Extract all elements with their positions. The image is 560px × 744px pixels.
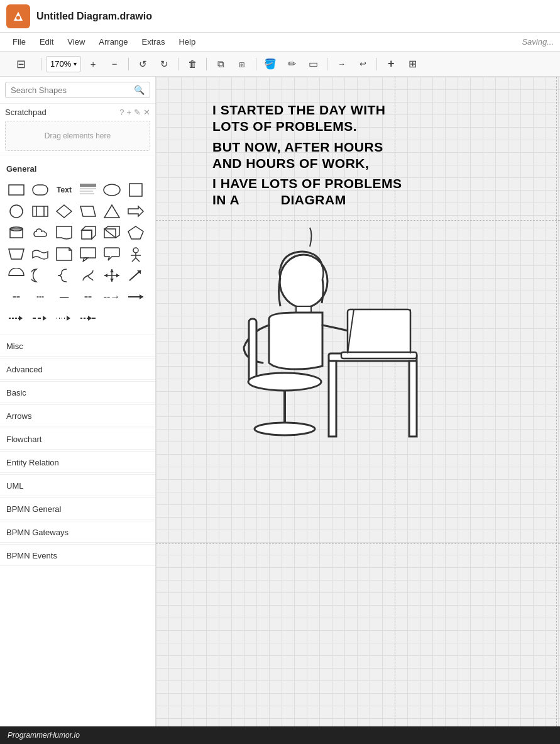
section-bpmn-general[interactable]: BPMN General bbox=[0, 499, 155, 519]
shape-text[interactable]: Text bbox=[53, 180, 75, 200]
shape-half-circle[interactable] bbox=[5, 265, 28, 286]
shape-callout[interactable] bbox=[101, 244, 123, 264]
shape-rect-callout[interactable] bbox=[77, 244, 99, 264]
shape-arrow-long-dash[interactable] bbox=[29, 308, 52, 328]
undo-button[interactable]: ↺ bbox=[133, 55, 152, 73]
shape-circle[interactable] bbox=[5, 201, 28, 221]
shape-arrow-right[interactable] bbox=[124, 201, 147, 221]
menu-help[interactable]: Help bbox=[172, 35, 202, 48]
shape-process[interactable] bbox=[29, 201, 52, 221]
shape-arrow-dashed[interactable]: --→ bbox=[101, 287, 123, 307]
shape-cloud[interactable] bbox=[29, 223, 52, 243]
svg-marker-46 bbox=[19, 316, 23, 321]
section-misc[interactable]: Misc bbox=[0, 336, 155, 357]
shape-trapezoid[interactable] bbox=[5, 244, 28, 264]
shape-rectangle[interactable] bbox=[5, 180, 28, 200]
shape-triangle[interactable] bbox=[101, 201, 123, 221]
section-flowchart[interactable]: Flowchart bbox=[0, 430, 155, 450]
shape-line-solid[interactable]: ─ bbox=[53, 287, 75, 307]
comic-line-1: I STARTED THE DAY WITH bbox=[212, 102, 483, 118]
sidebar-resize-handle[interactable] bbox=[156, 77, 158, 726]
shadow-button[interactable]: ▭ bbox=[304, 55, 322, 73]
shape-line-dashed-1[interactable]: ╌ bbox=[5, 287, 28, 307]
shape-note[interactable] bbox=[53, 244, 75, 264]
section-entity-relation[interactable]: Entity Relation bbox=[0, 453, 155, 473]
paste-button[interactable]: ⧆ bbox=[233, 55, 251, 73]
shape-rounded-rect[interactable] bbox=[29, 180, 52, 200]
shape-actor[interactable] bbox=[124, 244, 147, 264]
copy-button[interactable]: ⧉ bbox=[211, 55, 230, 73]
add-shape-button[interactable]: + bbox=[382, 55, 400, 73]
shape-diamond[interactable] bbox=[53, 201, 75, 221]
shape-ellipse[interactable] bbox=[101, 180, 123, 200]
scratchpad-add-icon[interactable]: + bbox=[126, 108, 131, 117]
search-input[interactable] bbox=[11, 86, 130, 95]
shape-3d-rect[interactable] bbox=[101, 223, 123, 243]
svg-rect-62 bbox=[409, 361, 417, 436]
delete-button[interactable]: 🗑 bbox=[183, 55, 202, 73]
menu-view[interactable]: View bbox=[61, 35, 91, 48]
menu-extras[interactable]: Extras bbox=[136, 35, 172, 48]
shape-line-dashed-3[interactable]: ╌ bbox=[77, 287, 99, 307]
menu-arrange[interactable]: Arrange bbox=[92, 35, 134, 48]
divider-bpmn-gateways bbox=[0, 521, 155, 521]
svg-line-32 bbox=[132, 258, 136, 262]
scratchpad-help-icon[interactable]: ? bbox=[119, 108, 124, 117]
scratchpad-close-icon[interactable]: ✕ bbox=[143, 108, 150, 117]
zoom-dropdown-icon: ▾ bbox=[74, 60, 77, 67]
section-advanced[interactable]: Advanced bbox=[0, 360, 155, 380]
shape-arrow-solid[interactable] bbox=[124, 287, 147, 307]
saving-status: Saving... bbox=[522, 37, 554, 47]
section-bpmn-gateways[interactable]: BPMN Gateways bbox=[0, 523, 155, 543]
shape-arrow-custom[interactable] bbox=[77, 308, 99, 328]
page-selector-button[interactable]: ⊟ bbox=[5, 55, 36, 73]
scratchpad-drop-area[interactable]: Drag elements here bbox=[5, 121, 150, 151]
section-arrows[interactable]: Arrows bbox=[0, 406, 155, 426]
svg-marker-44 bbox=[140, 294, 143, 299]
redo-button[interactable]: ↻ bbox=[155, 55, 173, 73]
menu-file[interactable]: File bbox=[6, 35, 32, 48]
section-uml[interactable]: UML bbox=[0, 476, 155, 496]
shape-cube[interactable] bbox=[77, 223, 99, 243]
toolbar-separator-3 bbox=[178, 58, 178, 70]
scratchpad-drop-label: Drag elements here bbox=[45, 131, 111, 140]
shape-crescent[interactable] bbox=[29, 265, 52, 286]
shape-line-dashed-2[interactable]: ┄ bbox=[29, 287, 52, 307]
shape-heading[interactable] bbox=[77, 180, 99, 200]
shape-cylinder[interactable] bbox=[5, 223, 28, 243]
fill-color-button[interactable]: 🪣 bbox=[261, 55, 280, 73]
shape-arrow-dot-dash[interactable] bbox=[53, 308, 75, 328]
section-general[interactable]: General bbox=[0, 160, 155, 177]
shape-arrow-double-dash[interactable] bbox=[5, 308, 28, 328]
svg-marker-50 bbox=[67, 316, 70, 321]
divider-entity-relation bbox=[0, 451, 155, 452]
waypoint-button[interactable]: ↩ bbox=[353, 55, 372, 73]
line-color-button[interactable]: ✏ bbox=[282, 55, 301, 73]
shape-document[interactable] bbox=[53, 223, 75, 243]
svg-marker-25 bbox=[128, 226, 143, 239]
svg-marker-28 bbox=[83, 258, 88, 262]
svg-rect-2 bbox=[9, 185, 24, 195]
menu-edit[interactable]: Edit bbox=[33, 35, 60, 48]
search-box: 🔍 bbox=[5, 82, 150, 98]
canvas-area[interactable]: I STARTED THE DAY WITH LOTS OF PROBLEMS.… bbox=[156, 77, 560, 726]
shape-wave[interactable] bbox=[29, 244, 52, 264]
scratchpad-edit-icon[interactable]: ✎ bbox=[134, 108, 141, 117]
divider-arrows bbox=[0, 404, 155, 405]
divider-misc bbox=[0, 335, 155, 335]
shape-brace[interactable] bbox=[53, 265, 75, 286]
shape-s-curve[interactable] bbox=[77, 265, 99, 286]
zoom-control[interactable]: 170% ▾ bbox=[46, 56, 81, 72]
zoom-in-button[interactable]: + bbox=[84, 55, 102, 73]
shape-cross-arrow[interactable] bbox=[101, 265, 123, 286]
shape-square[interactable] bbox=[124, 180, 147, 200]
zoom-out-button[interactable]: − bbox=[105, 55, 124, 73]
shape-pentagon[interactable] bbox=[124, 223, 147, 243]
section-bpmn-events[interactable]: BPMN Events bbox=[0, 546, 155, 566]
shape-library: General Text bbox=[0, 155, 155, 726]
section-basic[interactable]: Basic bbox=[0, 383, 155, 403]
table-button[interactable]: ⊞ bbox=[403, 55, 422, 73]
connection-button[interactable]: → bbox=[332, 55, 351, 73]
shape-arrow-up-right[interactable] bbox=[124, 265, 147, 286]
shape-parallelogram[interactable] bbox=[77, 201, 99, 221]
